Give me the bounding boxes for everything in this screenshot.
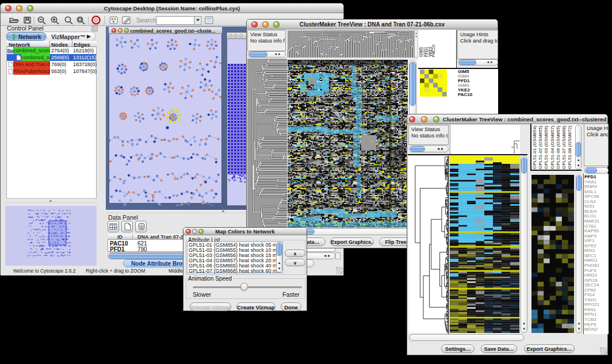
svg-text:Search:: Search: [136,17,158,24]
